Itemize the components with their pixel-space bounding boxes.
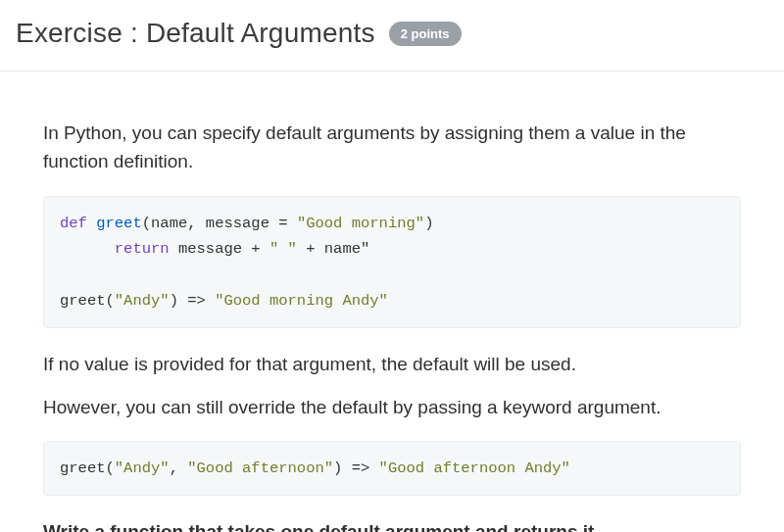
space: [288, 215, 297, 232]
call-mid: ): [170, 292, 188, 310]
string-literal: "Andy": [115, 292, 170, 310]
intro-paragraph: In Python, you can specify default argum…: [43, 119, 741, 176]
code-block-1: def greet(name, message = "Good morning"…: [43, 196, 741, 328]
space: [297, 240, 306, 258]
string-literal: "Andy": [115, 459, 170, 477]
text: name": [316, 240, 370, 258]
call-pre: greet(: [60, 459, 115, 477]
indent: [60, 240, 115, 258]
keyword-def: def: [60, 215, 87, 232]
arrow-op: =>: [352, 459, 370, 477]
string-result: "Good morning Andy": [215, 292, 388, 310]
text: message: [170, 240, 252, 258]
string-literal: "Good afternoon": [187, 459, 333, 477]
string-literal: " ": [270, 240, 297, 258]
keyword-return: return: [115, 240, 170, 258]
exercise-title: Exercise : Default Arguments: [16, 18, 375, 49]
string-literal: "Good morning": [297, 215, 424, 232]
call-mid: ): [333, 459, 352, 477]
args-text: name, message: [151, 215, 278, 232]
exercise-header: Exercise : Default Arguments 2 points: [0, 0, 784, 72]
arrow-op: =>: [187, 292, 206, 310]
space: [261, 240, 270, 258]
override-paragraph: However, you can still override the defa…: [43, 393, 741, 421]
plus-op: +: [306, 240, 315, 258]
space: [206, 292, 215, 310]
exercise-content: In Python, you can specify default argum…: [0, 72, 784, 532]
comma: ,: [170, 459, 188, 477]
space: [369, 459, 378, 477]
default-paragraph: If no value is provided for that argumen…: [43, 350, 741, 378]
string-result: "Good afternoon Andy": [379, 459, 570, 477]
paren-close: ): [424, 215, 433, 232]
code-block-2: greet("Andy", "Good afternoon") => "Good…: [43, 441, 741, 496]
equals-op: =: [278, 215, 287, 232]
plus-op: +: [251, 240, 260, 258]
points-badge: 2 points: [389, 22, 462, 46]
function-name: greet: [87, 215, 142, 232]
paren-open: (: [142, 215, 151, 232]
instruction-text: Write a function that takes one default …: [43, 517, 741, 532]
call-pre: greet(: [60, 292, 115, 310]
